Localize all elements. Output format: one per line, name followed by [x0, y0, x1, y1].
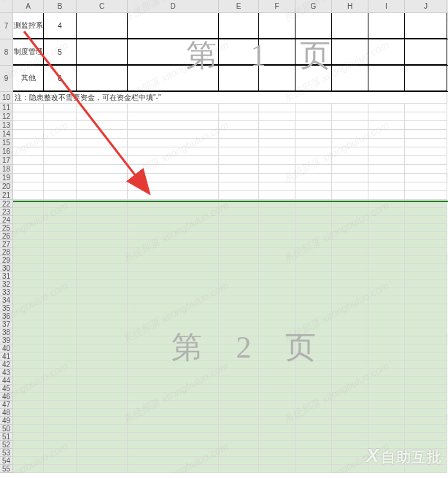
cell[interactable]	[13, 457, 44, 465]
cell[interactable]	[128, 377, 219, 385]
cell[interactable]	[259, 304, 296, 312]
cell[interactable]	[405, 312, 447, 320]
cell[interactable]	[296, 425, 332, 433]
cell[interactable]	[128, 174, 219, 182]
cell[interactable]	[128, 433, 219, 441]
cell[interactable]	[77, 130, 128, 139]
cell[interactable]	[405, 174, 447, 182]
cell[interactable]	[77, 328, 128, 336]
cell[interactable]	[332, 401, 368, 409]
cell[interactable]: 制度管理	[13, 39, 44, 65]
cell[interactable]	[259, 441, 296, 449]
cell[interactable]	[332, 216, 368, 224]
cells-area[interactable]: 监测监控系统4制度管理5其他6注：隐患整改不需要资金，可在资金栏中填"-"	[13, 13, 448, 473]
cell[interactable]	[128, 352, 219, 361]
cell[interactable]	[13, 182, 44, 191]
cell[interactable]	[219, 409, 259, 417]
cell[interactable]	[219, 344, 259, 352]
cell[interactable]	[405, 280, 447, 288]
cell[interactable]	[77, 288, 128, 296]
cell[interactable]	[332, 139, 368, 147]
cell[interactable]	[13, 280, 44, 288]
cell[interactable]	[332, 361, 368, 369]
cell[interactable]	[405, 304, 447, 312]
cell[interactable]	[44, 393, 77, 401]
cell[interactable]	[219, 417, 259, 425]
cell[interactable]	[296, 304, 332, 312]
cell[interactable]	[219, 441, 259, 449]
cell[interactable]	[128, 288, 219, 296]
cell[interactable]	[44, 312, 77, 320]
cell[interactable]	[405, 336, 447, 344]
cell[interactable]	[219, 165, 259, 174]
row-header-31[interactable]: 31	[0, 272, 13, 280]
cell[interactable]	[368, 264, 405, 272]
cell[interactable]	[332, 352, 368, 361]
cell[interactable]	[128, 208, 219, 216]
cell[interactable]	[296, 156, 332, 165]
cell[interactable]	[296, 377, 332, 385]
cell[interactable]	[332, 465, 368, 473]
cell[interactable]	[13, 385, 44, 393]
cell[interactable]	[13, 344, 44, 352]
cell[interactable]	[332, 344, 368, 352]
cell[interactable]: 4	[44, 13, 77, 39]
cell[interactable]: 监测监控系统	[13, 13, 44, 39]
cell[interactable]	[259, 272, 296, 280]
cell[interactable]	[219, 256, 259, 264]
cell[interactable]	[44, 121, 77, 130]
cell[interactable]	[219, 39, 259, 65]
cell[interactable]	[219, 104, 259, 112]
cell[interactable]	[219, 174, 259, 182]
cell[interactable]	[259, 288, 296, 296]
cell[interactable]	[77, 369, 128, 377]
cell[interactable]	[332, 272, 368, 280]
cell[interactable]	[332, 147, 368, 156]
cell[interactable]	[296, 409, 332, 417]
cell[interactable]	[368, 361, 405, 369]
cell[interactable]	[13, 112, 44, 121]
cell[interactable]	[44, 216, 77, 224]
cell[interactable]	[296, 232, 332, 240]
cell[interactable]	[44, 147, 77, 156]
row-header-54[interactable]: 54	[0, 457, 13, 465]
cell[interactable]	[77, 312, 128, 320]
cell[interactable]	[259, 449, 296, 457]
cell[interactable]	[405, 182, 447, 191]
cell[interactable]	[128, 409, 219, 417]
cell[interactable]	[77, 232, 128, 240]
cell[interactable]	[405, 224, 447, 232]
cell[interactable]	[13, 425, 44, 433]
cell[interactable]	[77, 174, 128, 182]
cell[interactable]	[13, 409, 44, 417]
cell[interactable]	[128, 457, 219, 465]
cell[interactable]	[296, 256, 332, 264]
cell[interactable]	[259, 465, 296, 473]
cell[interactable]	[332, 174, 368, 182]
cell[interactable]	[219, 240, 259, 248]
cell[interactable]	[405, 39, 447, 65]
cell[interactable]	[219, 208, 259, 216]
select-all-corner[interactable]	[0, 0, 13, 12]
cell[interactable]	[44, 361, 77, 369]
cell[interactable]	[219, 280, 259, 288]
cell[interactable]	[128, 385, 219, 393]
cell[interactable]	[128, 13, 219, 39]
cell[interactable]	[259, 139, 296, 147]
row-header-53[interactable]: 53	[0, 449, 13, 457]
cell[interactable]	[44, 248, 77, 256]
cell[interactable]	[44, 465, 77, 473]
row-header-28[interactable]: 28	[0, 248, 13, 256]
cell[interactable]	[368, 66, 405, 91]
row-header-42[interactable]: 42	[0, 361, 13, 369]
cell[interactable]	[13, 304, 44, 312]
cell[interactable]	[128, 182, 219, 191]
cell[interactable]	[405, 328, 447, 336]
cell[interactable]	[296, 393, 332, 401]
cell[interactable]	[128, 304, 219, 312]
cell[interactable]	[405, 248, 447, 256]
cell[interactable]	[259, 457, 296, 465]
row-header-34[interactable]: 34	[0, 296, 13, 304]
row-header-9[interactable]: 9	[0, 66, 13, 92]
cell[interactable]	[44, 280, 77, 288]
